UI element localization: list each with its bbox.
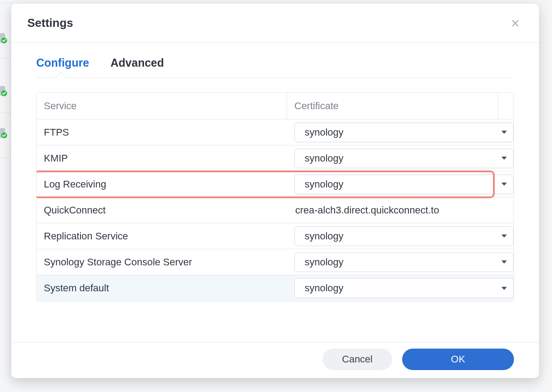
certificate-table: Service Certificate FTPSsynologyKMIPsyno… bbox=[36, 92, 514, 302]
service-name: Synology Storage Console Server bbox=[37, 256, 287, 268]
modal-body: Configure Advanced Service Certificate F… bbox=[11, 43, 539, 302]
certificate-select[interactable]: synology bbox=[294, 123, 514, 142]
table-row: Log Receivingsynology bbox=[37, 171, 514, 197]
close-icon bbox=[511, 19, 520, 28]
tab-configure[interactable]: Configure bbox=[36, 56, 89, 77]
certificate-select[interactable]: synology bbox=[294, 226, 514, 246]
service-name: Replication Service bbox=[37, 230, 287, 242]
certificate-select-value: synology bbox=[305, 179, 344, 190]
certificate-badge-icon bbox=[0, 32, 8, 44]
chevron-down-icon bbox=[501, 260, 507, 264]
tab-advanced[interactable]: Advanced bbox=[110, 56, 164, 77]
chevron-down-icon bbox=[501, 131, 507, 134]
chevron-down-icon bbox=[501, 287, 507, 290]
certificate-badge-icon bbox=[0, 127, 8, 139]
ok-button[interactable]: OK bbox=[402, 349, 514, 370]
service-name: QuickConnect bbox=[37, 205, 287, 216]
table-row: QuickConnectcrea-alch3.direct.quickconne… bbox=[37, 197, 514, 223]
certificate-select-value: synology bbox=[305, 127, 344, 138]
close-button[interactable] bbox=[509, 17, 522, 30]
modal-title: Settings bbox=[27, 16, 73, 30]
service-name: System default bbox=[37, 282, 287, 294]
table-header: Service Certificate bbox=[37, 93, 514, 119]
tab-bar: Configure Advanced bbox=[36, 56, 514, 78]
table-row: KMIPsynology bbox=[37, 145, 514, 171]
cancel-button[interactable]: Cancel bbox=[323, 349, 392, 370]
table-row: System defaultsynology bbox=[37, 275, 514, 301]
certificate-select[interactable]: synology bbox=[294, 149, 514, 168]
table-row: Synology Storage Console Serversynology bbox=[37, 249, 514, 275]
modal-header: Settings bbox=[11, 4, 539, 43]
certificate-select[interactable]: synology bbox=[294, 175, 514, 194]
service-name: Log Receiving bbox=[37, 179, 287, 190]
chevron-down-icon bbox=[501, 157, 507, 160]
certificate-badge-icon bbox=[0, 85, 8, 97]
chevron-down-icon bbox=[501, 234, 507, 238]
certificate-select-value: synology bbox=[305, 256, 344, 268]
table-row: Replication Servicesynology bbox=[37, 223, 514, 249]
certificate-select-value: synology bbox=[305, 230, 344, 242]
table-row: FTPSsynology bbox=[37, 119, 514, 145]
column-header-service[interactable]: Service bbox=[37, 93, 287, 119]
chevron-down-icon bbox=[501, 183, 507, 186]
certificate-select-value: synology bbox=[305, 282, 344, 294]
certificate-select[interactable]: synology bbox=[294, 278, 514, 298]
certificate-select[interactable]: synology bbox=[294, 252, 514, 272]
settings-modal: Settings Configure Advanced Service Cert… bbox=[11, 4, 539, 378]
modal-footer: Cancel OK bbox=[11, 342, 539, 378]
certificate-text: crea-alch3.direct.quickconnect.to bbox=[294, 205, 509, 216]
column-header-certificate[interactable]: Certificate bbox=[287, 93, 498, 119]
certificate-select-value: synology bbox=[305, 153, 344, 164]
service-name: FTPS bbox=[37, 127, 287, 138]
service-name: KMIP bbox=[37, 153, 287, 164]
